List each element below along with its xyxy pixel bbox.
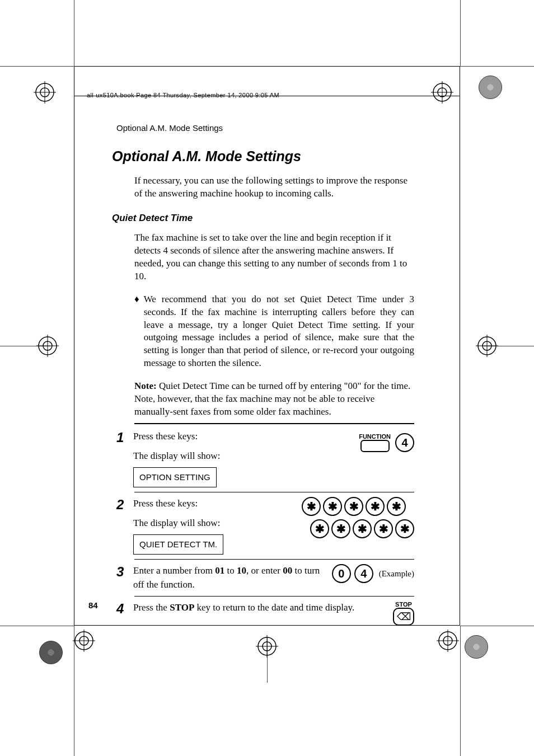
- print-dot-icon: [39, 641, 63, 664]
- step-line: Press these keys:: [133, 497, 282, 511]
- stop-label: STOP: [395, 601, 412, 608]
- crop-mark: [460, 66, 534, 67]
- star-key-row: ✱ ✱ ✱ ✱ ✱: [302, 497, 406, 516]
- divider-thin: [134, 559, 414, 560]
- bullet-text: We recommend that you do not set Quiet D…: [144, 293, 414, 370]
- star-key-icon: ✱: [344, 497, 363, 516]
- step-1: 1 Press these keys: The display will sho…: [116, 430, 414, 487]
- step-line: The display will show:: [133, 449, 348, 463]
- crop-mark: [74, 0, 74, 66]
- body-paragraph: The fax machine is set to take over the …: [134, 232, 414, 283]
- key-diagram: FUNCTION 4: [359, 430, 414, 452]
- step-number: 4: [116, 601, 133, 616]
- registration-mark-icon: [437, 630, 459, 652]
- intro-paragraph: If necessary, you can use the following …: [134, 175, 414, 200]
- step-number: 1: [116, 430, 133, 444]
- note-text: Quiet Detect Time can be turned off by e…: [134, 381, 410, 417]
- star-key-icon: ✱: [353, 519, 372, 538]
- crop-mark: [0, 626, 74, 626]
- divider-thin: [134, 596, 414, 597]
- star-key-icon: ✱: [331, 519, 350, 538]
- note-label: Note:: [134, 381, 157, 391]
- step-line: The display will show:: [133, 516, 282, 530]
- divider-thin: [134, 492, 414, 492]
- stop-octagon-icon: ⌫︎: [397, 612, 411, 622]
- step-2: 2 Press these keys: The display will sho…: [116, 497, 414, 555]
- stop-key-shape: ⌫︎: [393, 608, 414, 626]
- step-number: 2: [116, 497, 133, 511]
- example-label: (Example): [379, 569, 414, 579]
- stop-key: STOP ⌫︎: [393, 601, 414, 626]
- function-key: FUNCTION: [359, 433, 391, 452]
- function-key-shape: [360, 440, 390, 452]
- note-paragraph: Note: Quiet Detect Time can be turned of…: [134, 380, 414, 419]
- step-number: 3: [116, 564, 133, 579]
- step-3: 3 Enter a number from 01 to 10, or enter…: [116, 564, 414, 591]
- registration-mark-icon: [476, 335, 498, 357]
- page-number: 84: [88, 600, 98, 610]
- step-text: Press these keys: The display will show:…: [133, 497, 282, 555]
- crop-mark: [460, 0, 461, 66]
- step-4: 4 Press the STOP key to return to the da…: [116, 601, 414, 626]
- print-dot-icon: [465, 635, 488, 659]
- crop-mark: [460, 626, 461, 756]
- running-header: Optional A.M. Mode Settings: [116, 123, 431, 133]
- function-label: FUNCTION: [359, 433, 391, 440]
- print-dot-icon: [479, 76, 502, 99]
- digit-key-4: 4: [354, 564, 373, 583]
- registration-mark-icon: [73, 630, 95, 652]
- registration-mark-icon: [256, 635, 278, 658]
- star-key-icon: ✱: [302, 497, 321, 516]
- page-content: Optional A.M. Mode Settings Optional A.M…: [88, 123, 431, 626]
- bullet-item: ♦ We recommend that you do not set Quiet…: [134, 293, 414, 370]
- digit-key-0: 0: [332, 564, 351, 583]
- registration-mark-icon: [36, 335, 59, 357]
- registration-mark-icon: [34, 81, 56, 104]
- lcd-display: OPTION SETTING: [133, 467, 217, 487]
- crop-mark: [0, 66, 74, 67]
- lcd-display: QUIET DETECT TM.: [133, 534, 223, 555]
- step-text: Press the STOP key to return to the date…: [133, 601, 382, 615]
- registration-mark-icon: [431, 81, 453, 104]
- star-key-icon: ✱: [323, 497, 342, 516]
- key-diagram: ✱ ✱ ✱ ✱ ✱ ✱ ✱ ✱ ✱ ✱: [293, 497, 414, 538]
- section-subhead: Quiet Detect Time: [112, 213, 431, 224]
- print-meta: all-ux510A.book Page 84 Thursday, Septem…: [87, 92, 279, 98]
- crop-mark: [460, 626, 534, 626]
- star-key-icon: ✱: [387, 497, 406, 516]
- star-key-icon: ✱: [366, 497, 385, 516]
- star-key-icon: ✱: [310, 519, 329, 538]
- step-text: Enter a number from 01 to 10, or enter 0…: [133, 564, 321, 591]
- star-key-icon: ✱: [395, 519, 414, 538]
- digit-key-4: 4: [395, 433, 414, 452]
- step-line: Press these keys:: [133, 430, 348, 444]
- step-text: Press these keys: The display will show:…: [133, 430, 348, 487]
- key-diagram: 0 4 (Example): [332, 564, 414, 583]
- page-title: Optional A.M. Mode Settings: [112, 148, 431, 165]
- diamond-bullet-icon: ♦: [134, 293, 139, 370]
- star-key-icon: ✱: [374, 519, 393, 538]
- star-key-row: ✱ ✱ ✱ ✱ ✱: [310, 519, 414, 538]
- key-diagram: STOP ⌫︎: [393, 601, 414, 626]
- divider-thick: [134, 423, 414, 424]
